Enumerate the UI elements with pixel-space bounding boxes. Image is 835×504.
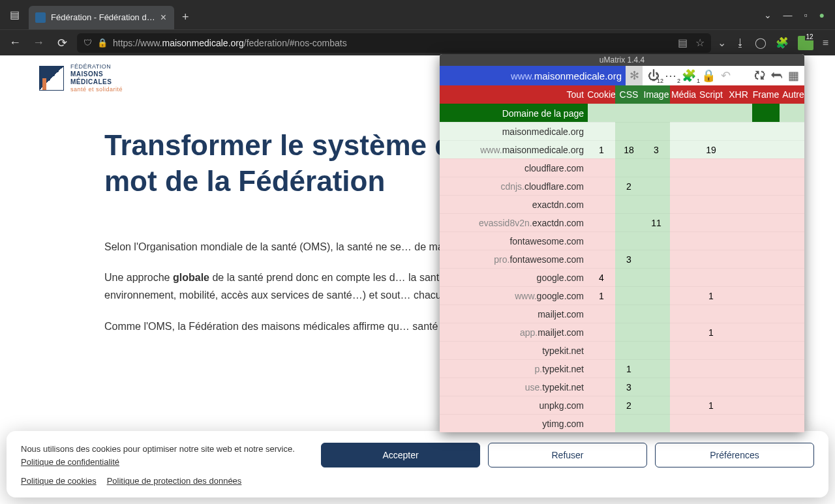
matrix-cell[interactable] bbox=[670, 250, 697, 268]
matrix-cell[interactable] bbox=[725, 231, 752, 250]
matrix-cell[interactable] bbox=[615, 268, 643, 286]
options-icon[interactable]: ⋯2 bbox=[665, 68, 676, 83]
matrix-cell[interactable] bbox=[697, 378, 725, 396]
matrix-cell[interactable] bbox=[670, 341, 697, 359]
matrix-cell[interactable] bbox=[697, 268, 725, 286]
matrix-row-label[interactable]: p.typekit.net bbox=[440, 359, 588, 378]
matrix-cell[interactable] bbox=[725, 122, 752, 140]
matrix-cell[interactable] bbox=[670, 213, 697, 231]
matrix-cell[interactable] bbox=[643, 158, 670, 177]
matrix-cell[interactable] bbox=[780, 158, 804, 177]
matrix-cell[interactable] bbox=[643, 323, 670, 341]
scope-global-icon[interactable]: ✻ bbox=[626, 66, 643, 85]
matrix-cell[interactable] bbox=[615, 304, 643, 323]
matrix-cell[interactable]: 1 bbox=[615, 359, 643, 378]
matrix-cell[interactable] bbox=[670, 414, 697, 432]
power-icon[interactable]: ⏻12 bbox=[648, 69, 660, 83]
matrix-cell[interactable]: 11 bbox=[643, 213, 670, 231]
matrix-row-label[interactable]: www.maisonmedicale.org bbox=[440, 140, 588, 158]
matrix-cell[interactable] bbox=[752, 341, 780, 359]
matrix-cell[interactable] bbox=[588, 250, 615, 268]
matrix-row-label[interactable]: exactdn.com bbox=[440, 195, 588, 213]
matrix-cell[interactable] bbox=[643, 177, 670, 195]
matrix-cell[interactable] bbox=[670, 177, 697, 195]
cookie-prefs-button[interactable]: Préférences bbox=[655, 443, 814, 467]
matrix-cell[interactable] bbox=[643, 268, 670, 286]
matrix-cell[interactable] bbox=[670, 304, 697, 323]
matrix-cell[interactable] bbox=[697, 250, 725, 268]
header-xhr[interactable]: XHR bbox=[725, 85, 752, 104]
matrix-cell[interactable] bbox=[670, 122, 697, 140]
matrix-cell[interactable] bbox=[780, 304, 804, 323]
reload-icon[interactable]: 🗘 bbox=[754, 69, 766, 83]
matrix-cell[interactable] bbox=[725, 396, 752, 414]
browser-tab[interactable]: Fédération - Fédération d… × bbox=[29, 6, 174, 29]
matrix-cell[interactable] bbox=[725, 304, 752, 323]
matrix-cell[interactable] bbox=[752, 286, 780, 304]
umatrix-toolbar-button[interactable] bbox=[798, 36, 813, 50]
matrix-cell[interactable]: 1 bbox=[697, 286, 725, 304]
matrix-cell[interactable] bbox=[588, 414, 615, 432]
matrix-cell[interactable] bbox=[588, 195, 615, 213]
matrix-cell[interactable] bbox=[643, 195, 670, 213]
matrix-cell[interactable] bbox=[725, 250, 752, 268]
matrix-row-label[interactable]: fontawesome.com bbox=[440, 231, 588, 250]
cookie-accept-button[interactable]: Accepter bbox=[321, 443, 480, 467]
matrix-cell[interactable] bbox=[697, 414, 725, 432]
matrix-cell[interactable] bbox=[725, 414, 752, 432]
revert-all-icon[interactable]: ⮪ bbox=[771, 69, 783, 83]
header-image[interactable]: Image bbox=[643, 85, 670, 104]
matrix-cell[interactable] bbox=[643, 286, 670, 304]
matrix-cell[interactable] bbox=[752, 213, 780, 231]
lock-icon[interactable]: 🔒 bbox=[701, 68, 716, 83]
header-frame[interactable]: Frame bbox=[752, 85, 780, 104]
new-tab-button[interactable]: + bbox=[182, 10, 189, 24]
matrix-cell[interactable]: 1 bbox=[588, 140, 615, 158]
back-button[interactable]: ← bbox=[7, 36, 23, 50]
matrix-cell[interactable] bbox=[780, 195, 804, 213]
matrix-cell[interactable] bbox=[697, 122, 725, 140]
matrix-cell[interactable] bbox=[615, 158, 643, 177]
matrix-cell[interactable] bbox=[615, 195, 643, 213]
matrix-row-label[interactable]: maisonmedicale.org bbox=[440, 122, 588, 140]
matrix-cell[interactable] bbox=[752, 396, 780, 414]
cookie-reject-button[interactable]: Refuser bbox=[488, 443, 647, 467]
matrix-cell[interactable] bbox=[752, 268, 780, 286]
matrix-cell[interactable] bbox=[752, 231, 780, 250]
matrix-cell[interactable] bbox=[752, 378, 780, 396]
matrix-cell[interactable]: 2 bbox=[615, 177, 643, 195]
app-menu-icon[interactable]: ▤ bbox=[5, 6, 23, 24]
matrix-row-label[interactable]: pro.fontawesome.com bbox=[440, 250, 588, 268]
site-logo[interactable]: FÉDÉRATION MAISONS MÉDICALES santé et so… bbox=[39, 63, 123, 93]
matrix-cell[interactable] bbox=[725, 158, 752, 177]
matrix-cell[interactable] bbox=[780, 268, 804, 286]
matrix-cell[interactable] bbox=[643, 414, 670, 432]
matrix-row-label[interactable]: www.google.com bbox=[440, 286, 588, 304]
matrix-cell[interactable] bbox=[725, 140, 752, 158]
matrix-cell[interactable] bbox=[643, 122, 670, 140]
matrix-cell[interactable] bbox=[752, 323, 780, 341]
matrix-row-label[interactable]: typekit.net bbox=[440, 341, 588, 359]
matrix-cell[interactable] bbox=[588, 231, 615, 250]
revert-icon[interactable]: ↶ bbox=[721, 68, 731, 83]
matrix-cell[interactable] bbox=[670, 286, 697, 304]
matrix-cell[interactable] bbox=[697, 104, 725, 122]
matrix-cell[interactable] bbox=[780, 231, 804, 250]
reader-mode-icon[interactable]: ▤ bbox=[678, 37, 688, 49]
matrix-cell[interactable] bbox=[615, 323, 643, 341]
matrix-cell[interactable] bbox=[588, 323, 615, 341]
header-cookie[interactable]: Cookie bbox=[588, 85, 615, 104]
bookmark-star-icon[interactable]: ☆ bbox=[695, 37, 705, 49]
matrix-cell[interactable] bbox=[697, 177, 725, 195]
matrix-cell[interactable] bbox=[615, 213, 643, 231]
matrix-cell[interactable]: 19 bbox=[697, 140, 725, 158]
matrix-cell[interactable] bbox=[752, 414, 780, 432]
matrix-row-label[interactable]: google.com bbox=[440, 268, 588, 286]
matrix-cell[interactable]: 3 bbox=[615, 250, 643, 268]
matrix-cell[interactable] bbox=[725, 195, 752, 213]
shield-icon[interactable]: 🛡 bbox=[84, 38, 92, 48]
matrix-cell[interactable] bbox=[752, 104, 780, 122]
matrix-cell[interactable]: 18 bbox=[615, 140, 643, 158]
matrix-cell[interactable] bbox=[697, 304, 725, 323]
matrix-cell[interactable] bbox=[752, 158, 780, 177]
